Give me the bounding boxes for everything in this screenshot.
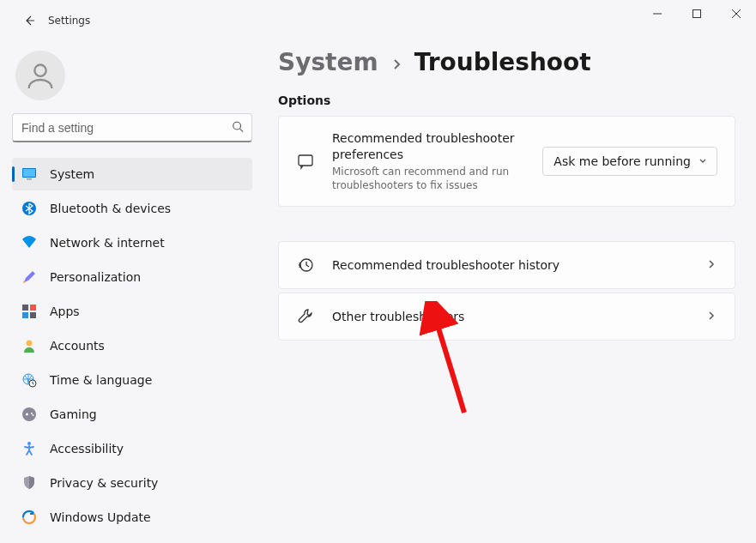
svg-point-15	[27, 341, 33, 347]
avatar	[15, 51, 65, 100]
sidebar-item-label: Accessibility	[50, 442, 124, 456]
chat-help-icon	[296, 152, 315, 171]
minimize-button[interactable]	[638, 0, 677, 27]
chevron-down-icon	[698, 154, 708, 168]
app-title: Settings	[48, 15, 90, 27]
svg-point-19	[31, 413, 33, 414]
svg-line-6	[240, 129, 244, 132]
sidebar-item-windows-update[interactable]: Windows Update	[12, 501, 252, 534]
bluetooth-icon	[21, 200, 38, 217]
chevron-right-icon	[705, 309, 717, 325]
sidebar-item-network[interactable]: Network & internet	[12, 226, 252, 259]
svg-rect-11	[22, 305, 28, 311]
wrench-icon	[296, 307, 315, 326]
sidebar-item-bluetooth[interactable]: Bluetooth & devices	[12, 192, 252, 225]
card-body: Recommended troubleshooter history	[332, 257, 688, 274]
minimize-icon	[653, 9, 662, 18]
sidebar-item-time-language[interactable]: Time & language	[12, 364, 252, 396]
card-title: Other troubleshooters	[332, 309, 688, 325]
update-icon	[21, 509, 38, 526]
preferences-dropdown[interactable]: Ask me before running	[542, 147, 717, 176]
chevron-right-icon	[390, 48, 402, 76]
shield-icon	[21, 474, 38, 492]
maximize-icon	[692, 9, 701, 18]
page-title: Troubleshoot	[414, 48, 591, 76]
arrow-left-icon	[22, 14, 36, 27]
system-icon	[21, 166, 38, 183]
close-button[interactable]	[717, 0, 756, 27]
sidebar-item-apps[interactable]: Apps	[12, 295, 252, 328]
section-label: Options	[278, 94, 735, 107]
sidebar-item-label: Apps	[50, 305, 80, 318]
sidebar-item-label: Accounts	[50, 339, 105, 353]
search-container	[12, 113, 252, 142]
card-title: Recommended troubleshooter history	[332, 257, 688, 274]
card-body: Recommended troubleshooter preferences M…	[332, 130, 525, 192]
card-troubleshooter-preferences[interactable]: Recommended troubleshooter preferences M…	[278, 116, 735, 207]
sidebar-item-label: Windows Update	[50, 510, 151, 524]
window-controls	[638, 0, 756, 27]
sidebar-item-label: Bluetooth & devices	[50, 202, 171, 215]
sidebar-item-label: Network & internet	[50, 236, 165, 250]
sidebar: System Bluetooth & devices Network & int…	[0, 41, 264, 543]
sidebar-item-personalization[interactable]: Personalization	[12, 261, 252, 293]
titlebar: Settings	[0, 0, 756, 41]
chevron-right-icon	[705, 257, 717, 274]
sidebar-item-accessibility[interactable]: Accessibility	[12, 432, 252, 465]
svg-rect-14	[30, 312, 36, 318]
paintbrush-icon	[21, 268, 38, 286]
close-icon	[732, 9, 741, 18]
svg-point-5	[233, 122, 241, 130]
sidebar-item-label: Gaming	[50, 407, 97, 421]
globe-clock-icon	[21, 371, 38, 389]
breadcrumb: System Troubleshoot	[278, 48, 735, 76]
accessibility-icon	[21, 440, 38, 457]
search-icon	[232, 120, 244, 136]
dropdown-value: Ask me before running	[553, 154, 691, 168]
card-action: Ask me before running	[542, 147, 717, 176]
person-icon	[21, 337, 38, 354]
breadcrumb-parent[interactable]: System	[278, 48, 378, 76]
svg-rect-13	[22, 312, 28, 318]
card-subtitle: Microsoft can recommend and run troubles…	[332, 165, 525, 192]
card-body: Other troubleshooters	[332, 309, 688, 325]
gamepad-icon	[21, 406, 38, 423]
sidebar-item-label: Privacy & security	[50, 476, 158, 490]
apps-icon	[21, 303, 38, 320]
person-icon	[23, 58, 57, 93]
sidebar-item-gaming[interactable]: Gaming	[12, 398, 252, 431]
sidebar-item-privacy[interactable]: Privacy & security	[12, 467, 252, 499]
search-input[interactable]	[12, 113, 252, 142]
svg-point-20	[33, 414, 34, 416]
svg-point-18	[22, 407, 36, 421]
back-button[interactable]	[14, 5, 45, 36]
svg-rect-9	[27, 178, 32, 180]
card-other-troubleshooters[interactable]: Other troubleshooters	[278, 293, 735, 341]
svg-rect-1	[693, 10, 701, 18]
svg-rect-8	[23, 169, 35, 177]
sidebar-item-label: Personalization	[50, 270, 141, 284]
sidebar-item-accounts[interactable]: Accounts	[12, 329, 252, 362]
svg-rect-12	[30, 305, 36, 311]
wifi-icon	[21, 234, 38, 251]
svg-rect-23	[299, 155, 312, 166]
card-title: Recommended troubleshooter preferences	[332, 130, 525, 163]
maximize-button[interactable]	[677, 0, 717, 27]
sidebar-item-label: System	[50, 167, 94, 181]
main-content: System Troubleshoot Options Recommended …	[264, 41, 756, 543]
svg-point-4	[34, 65, 45, 76]
svg-point-21	[27, 442, 31, 445]
sidebar-item-label: Time & language	[50, 373, 152, 387]
history-icon	[296, 256, 315, 275]
account-header[interactable]	[12, 41, 252, 110]
sidebar-item-system[interactable]: System	[12, 158, 252, 190]
card-troubleshooter-history[interactable]: Recommended troubleshooter history	[278, 241, 735, 289]
